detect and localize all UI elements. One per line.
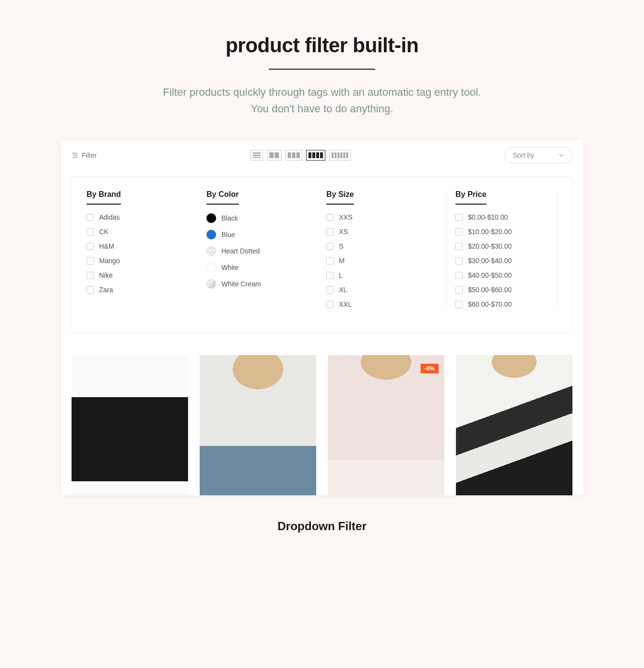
brand-option[interactable]: Adidas: [87, 213, 198, 221]
view-4col-button[interactable]: [306, 150, 325, 161]
checkbox-icon: [326, 243, 334, 250]
price-option[interactable]: $0.00-$10.00: [455, 213, 554, 221]
option-label: Adidas: [99, 213, 120, 221]
option-label: $0.00-$10.00: [468, 213, 508, 221]
product-card[interactable]: [72, 355, 188, 495]
checkbox-icon: [455, 301, 463, 308]
sort-label: Sort by: [513, 151, 534, 159]
price-option[interactable]: $50.00-$60.00: [455, 286, 554, 294]
checkbox-icon: [87, 272, 94, 279]
svg-point-0: [73, 153, 74, 154]
filter-size-column: By Size XXS XS S M L XL XXL: [326, 190, 438, 308]
product-grid: -8%: [61, 333, 583, 495]
color-swatch-icon: [206, 230, 216, 239]
checkbox-icon: [87, 257, 94, 265]
view-list-button[interactable]: [250, 150, 263, 161]
checkbox-icon: [326, 228, 334, 236]
size-option[interactable]: XXL: [326, 300, 438, 308]
checkbox-icon: [87, 243, 94, 250]
color-swatch-icon: [206, 246, 216, 256]
size-option[interactable]: L: [326, 271, 438, 279]
price-option[interactable]: $60.00-$70.00: [455, 300, 554, 308]
option-label: Nike: [99, 271, 113, 279]
option-label: $60.00-$70.00: [468, 300, 512, 308]
subtitle-line-1: Filter products quickly through tags wit…: [163, 86, 481, 98]
option-label: White: [221, 264, 239, 271]
price-option[interactable]: $20.00-$30.00: [455, 242, 554, 250]
view-6col-button[interactable]: [329, 150, 351, 161]
product-card[interactable]: [200, 355, 316, 495]
option-label: $30.00-$40.00: [468, 257, 512, 265]
filter-toggle[interactable]: Filter: [72, 151, 97, 159]
option-label: L: [339, 271, 343, 279]
discount-badge: -8%: [421, 364, 439, 373]
option-label: XS: [339, 228, 348, 236]
brand-option[interactable]: CK: [87, 228, 198, 236]
price-option[interactable]: $10.00-$20.00: [455, 228, 554, 236]
title-divider: [269, 69, 375, 70]
option-label: $50.00-$60.00: [468, 286, 512, 294]
price-option[interactable]: $30.00-$40.00: [455, 257, 554, 265]
color-option[interactable]: White: [206, 263, 318, 272]
size-option[interactable]: XL: [326, 286, 438, 294]
checkbox-icon: [455, 243, 463, 250]
option-label: H&M: [99, 242, 114, 250]
checkbox-icon: [455, 228, 463, 236]
view-3col-button[interactable]: [285, 150, 302, 161]
page-subtitle: Filter products quickly through tags wit…: [61, 84, 583, 117]
checkbox-icon: [326, 272, 334, 279]
option-label: $10.00-$20.00: [468, 228, 512, 236]
checkbox-icon: [87, 214, 94, 221]
size-option[interactable]: S: [326, 242, 438, 250]
size-option[interactable]: XS: [326, 228, 438, 236]
view-mode-group: [250, 150, 351, 161]
filter-label: Filter: [82, 151, 97, 159]
checkbox-icon: [455, 214, 463, 221]
color-option[interactable]: Black: [206, 213, 318, 223]
sort-dropdown[interactable]: Sort by: [505, 147, 572, 163]
option-label: Mango: [99, 257, 120, 265]
option-label: White Cream: [221, 280, 261, 288]
toolbar: Filter Sort by: [61, 140, 583, 170]
option-label: $40.00-$50.00: [468, 271, 512, 279]
size-option[interactable]: XXS: [326, 213, 438, 221]
checkbox-icon: [326, 286, 334, 294]
brand-option[interactable]: Mango: [87, 257, 198, 265]
option-label: Black: [221, 214, 238, 222]
option-label: S: [339, 242, 343, 250]
color-option[interactable]: Heart Dotted: [206, 246, 318, 256]
size-option[interactable]: M: [326, 257, 438, 265]
page-title: product filter built-in: [61, 34, 583, 57]
filter-price-column: By Price $0.00-$10.00 $10.00-$20.00 $20.…: [446, 190, 557, 308]
brand-option[interactable]: H&M: [87, 242, 198, 250]
view-2col-button[interactable]: [267, 150, 281, 161]
option-label: M: [339, 257, 345, 265]
brand-option[interactable]: Zara: [87, 286, 198, 294]
checkbox-icon: [455, 272, 463, 279]
filter-panel: By Brand Adidas CK H&M Mango Nike Zara B…: [72, 176, 572, 333]
brand-option[interactable]: Nike: [87, 271, 198, 279]
sliders-icon: [72, 152, 78, 159]
product-card[interactable]: [456, 355, 572, 495]
color-option[interactable]: Blue: [206, 230, 318, 239]
section-caption: Dropdown Filter: [61, 520, 583, 533]
option-label: Zara: [99, 286, 113, 294]
price-option[interactable]: $40.00-$50.00: [455, 271, 554, 279]
option-label: XXL: [339, 300, 351, 308]
filter-color-column: By Color Black Blue Heart Dotted White W…: [206, 190, 318, 308]
option-label: Heart Dotted: [221, 247, 260, 255]
option-label: XXS: [339, 213, 352, 221]
svg-point-1: [75, 155, 76, 156]
subtitle-line-2: You don't have to do anything.: [251, 103, 394, 115]
color-swatch-icon: [206, 279, 216, 289]
checkbox-icon: [455, 257, 463, 265]
color-option[interactable]: White Cream: [206, 279, 318, 289]
checkbox-icon: [87, 228, 94, 236]
filter-brand-title: By Brand: [87, 190, 121, 205]
checkbox-icon: [326, 214, 334, 221]
option-label: $20.00-$30.00: [468, 242, 512, 250]
product-card[interactable]: -8%: [328, 355, 444, 495]
option-label: CK: [99, 228, 108, 236]
option-label: Blue: [221, 231, 235, 238]
checkbox-icon: [455, 286, 463, 294]
